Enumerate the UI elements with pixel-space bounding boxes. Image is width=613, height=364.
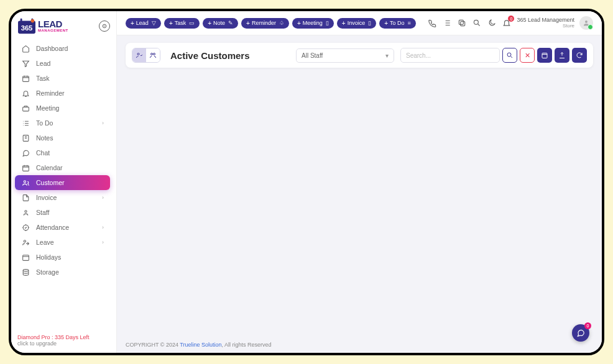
svg-point-19 xyxy=(474,20,479,24)
refresh-icon xyxy=(576,52,583,59)
copyright-text: COPYRIGHT © 2024 xyxy=(126,342,180,348)
date-button[interactable] xyxy=(537,48,552,63)
sidebar-item-staff[interactable]: Staff xyxy=(15,205,110,220)
sidebar-item-attendance[interactable]: Attendance › xyxy=(15,220,110,235)
svg-point-24 xyxy=(507,53,511,57)
sidebar-item-invoice[interactable]: Invoice › xyxy=(15,190,110,205)
plus-icon: + xyxy=(342,20,346,27)
export-button[interactable] xyxy=(555,48,569,63)
sidebar-item-todo[interactable]: To Do › xyxy=(15,116,110,130)
sidebar-item-label: Meeting xyxy=(36,104,104,112)
sidebar-item-lead[interactable]: Lead xyxy=(15,56,110,71)
plan-info: Diamond Pro : 335 Days Left xyxy=(17,334,110,340)
phone-icon[interactable] xyxy=(427,18,437,28)
copy-icon[interactable] xyxy=(457,18,467,28)
view-toggle xyxy=(132,48,160,63)
svg-rect-7 xyxy=(22,76,29,81)
sidebar-footer: Diamond Pro : 335 Days Left click to upg… xyxy=(11,329,116,353)
notifications-button[interactable]: 0 xyxy=(502,18,512,28)
sidebar-item-leave[interactable]: Leave › xyxy=(15,235,110,250)
pill-meeting[interactable]: +Meeting▯ xyxy=(292,18,334,29)
panel-title: Active Customers xyxy=(170,50,250,61)
svg-point-23 xyxy=(154,53,155,55)
moon-icon[interactable] xyxy=(487,18,497,28)
list-icon[interactable] xyxy=(442,18,452,28)
user-avatar[interactable] xyxy=(579,16,593,30)
user-icon xyxy=(21,178,30,187)
search-icon xyxy=(506,52,514,59)
chevron-right-icon: › xyxy=(102,224,104,230)
view-single-button[interactable] xyxy=(132,48,146,62)
search-icon[interactable] xyxy=(472,18,482,28)
upgrade-link[interactable]: click to upgrade xyxy=(17,340,110,347)
copyright-tail: , All rights Reserved xyxy=(222,342,272,348)
sidebar-item-customer[interactable]: Customer xyxy=(15,175,110,190)
sidebar-item-meeting[interactable]: Meeting xyxy=(15,101,110,116)
search-input[interactable] xyxy=(400,48,500,63)
main-area: +Lead▽ +Task▭ +Note✎ +Reminder♤ +Meeting… xyxy=(117,11,602,353)
plus-icon: + xyxy=(169,20,173,27)
org-role: Store xyxy=(517,24,574,29)
calendar-icon: ▭ xyxy=(189,20,195,26)
calendar-icon xyxy=(541,52,548,59)
sidebar-item-notes[interactable]: Notes xyxy=(15,130,110,145)
sidebar-item-label: Customer xyxy=(36,179,104,186)
svg-rect-10 xyxy=(22,165,29,171)
sidebar-item-task[interactable]: Task xyxy=(15,71,110,86)
svg-rect-1 xyxy=(21,19,22,22)
svg-rect-25 xyxy=(542,53,547,58)
upload-icon xyxy=(558,52,566,59)
pill-invoice[interactable]: +Invoice▯ xyxy=(337,18,376,29)
pill-task[interactable]: +Task▭ xyxy=(164,18,200,29)
chat-fab[interactable]: 0 xyxy=(572,324,589,342)
org-label: 365 Lead Management Store xyxy=(517,17,574,29)
pill-reminder[interactable]: +Reminder♤ xyxy=(241,18,289,29)
svg-point-6 xyxy=(104,25,105,27)
view-multi-button[interactable] xyxy=(146,48,160,62)
plus-icon: + xyxy=(384,20,388,27)
clear-button[interactable]: ✕ xyxy=(520,48,535,63)
customers-panel: Active Customers All Staff ▾ ✕ xyxy=(126,43,593,68)
exit-icon xyxy=(21,238,30,247)
sidebar-item-label: Storage xyxy=(36,268,104,276)
logo-area: 365 LEAD MANAGEMENT xyxy=(11,11,116,39)
pill-todo[interactable]: +To Do≡ xyxy=(379,18,416,29)
plus-icon: + xyxy=(208,20,211,27)
logo-text: LEAD xyxy=(38,20,68,29)
briefcase-icon xyxy=(21,104,30,112)
svg-rect-15 xyxy=(22,255,29,260)
sidebar-item-label: Task xyxy=(36,75,104,82)
pill-label: Note xyxy=(213,20,225,26)
svg-point-16 xyxy=(23,269,29,271)
sidebar-item-chat[interactable]: Chat xyxy=(15,145,110,160)
sidebar-item-reminder[interactable]: Reminder xyxy=(15,86,110,101)
company-link[interactable]: Trueline Solution xyxy=(180,342,221,348)
sidebar-item-storage[interactable]: Storage xyxy=(15,265,110,280)
sidebar-collapse-button[interactable] xyxy=(99,20,110,32)
edit-icon: ✎ xyxy=(228,20,233,26)
pill-lead[interactable]: +Lead▽ xyxy=(126,18,161,29)
sidebar-item-label: Invoice xyxy=(36,194,102,201)
sidebar-item-holidays[interactable]: Holidays xyxy=(15,250,110,265)
plus-icon: + xyxy=(246,20,250,27)
select-value: All Staff xyxy=(302,52,323,59)
list-icon xyxy=(21,119,30,127)
pill-label: To Do xyxy=(390,20,405,26)
refresh-button[interactable] xyxy=(572,48,587,63)
pill-note[interactable]: +Note✎ xyxy=(203,18,238,29)
funnel-icon xyxy=(21,59,30,68)
chat-icon xyxy=(576,329,585,337)
search-button[interactable] xyxy=(502,48,517,63)
briefcase-icon: ▯ xyxy=(326,20,329,26)
staff-select[interactable]: All Staff ▾ xyxy=(296,48,394,63)
sidebar-item-calendar[interactable]: Calendar xyxy=(15,160,110,175)
chevron-right-icon: › xyxy=(102,194,104,201)
svg-point-21 xyxy=(137,53,139,55)
sidebar-item-dashboard[interactable]: Dashboard xyxy=(15,41,110,56)
app-logo[interactable]: 365 LEAD MANAGEMENT xyxy=(17,17,68,35)
sidebar-item-label: Lead xyxy=(36,60,104,67)
plus-icon: + xyxy=(297,20,301,27)
note-icon xyxy=(21,134,30,142)
close-icon: ✕ xyxy=(525,52,530,60)
calendar-icon xyxy=(21,163,30,172)
